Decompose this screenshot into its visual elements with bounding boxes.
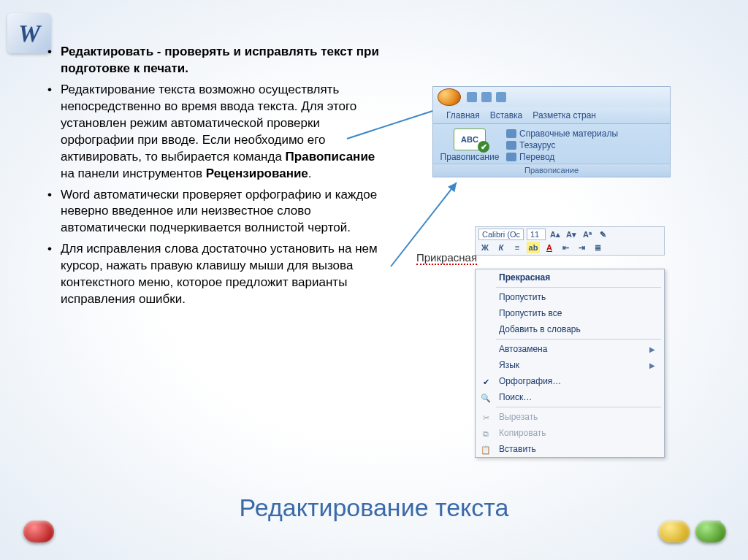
shrink-font-icon[interactable]: A▾ (565, 229, 578, 240)
ctx-spelling[interactable]: ✔Орфография… (476, 373, 664, 389)
book-icon (506, 129, 516, 138)
mini-toolbar[interactable]: Calibri (Ос 11 A▴ A▾ Aᵃ ✎ Ж К ≡ ab A ⇤ ⇥… (475, 226, 665, 256)
tab-layout[interactable]: Разметка стран (533, 110, 596, 120)
bold-icon[interactable]: Ж (478, 242, 492, 253)
chevron-right-icon: ▶ (649, 361, 655, 369)
ribbon-group-label: Правописание (433, 164, 670, 177)
slide-body: Редактировать - проверять и исправлять т… (47, 44, 391, 312)
ribbon-tabs: Главная Вставка Разметка стран (433, 107, 670, 124)
quick-access-toolbar[interactable] (467, 92, 506, 102)
abc-check-icon: ABC (454, 129, 486, 150)
search-icon: 🔍 (480, 392, 492, 404)
scissors-icon: ✂ (480, 412, 492, 423)
ctx-cut: ✂Вырезать (476, 409, 664, 425)
bullet-1: Редактировать - проверять и исправлять т… (47, 44, 391, 77)
ctx-copy: ⧉Копировать (476, 425, 664, 441)
translate-icon (506, 153, 516, 161)
decrease-indent-icon[interactable]: ⇤ (559, 242, 572, 253)
ctx-skip[interactable]: Пропустить (476, 289, 664, 305)
tab-insert[interactable]: Вставка (490, 110, 523, 120)
grow-font-icon[interactable]: A▴ (549, 229, 562, 240)
ctx-paste[interactable]: 📋Вставить (476, 441, 664, 457)
ctx-language[interactable]: Язык▶ (476, 357, 664, 373)
chevron-right-icon: ▶ (649, 345, 655, 353)
font-size-field[interactable]: 11 (527, 229, 546, 240)
misspelled-word[interactable]: Прикрасная (416, 251, 477, 265)
tab-home[interactable]: Главная (446, 110, 480, 120)
ctx-skip-all[interactable]: Пропустить все (476, 305, 664, 321)
ribbon-titlebar (433, 87, 670, 107)
context-menu: Прекрасная Пропустить Пропустить все Доб… (475, 269, 665, 458)
font-color-icon[interactable]: A (543, 242, 556, 253)
proofing-button[interactable]: ABC Правописание (438, 127, 502, 164)
nav-prev-button[interactable] (659, 521, 690, 542)
research-button[interactable]: Справочные материалы (506, 129, 665, 139)
increase-indent-icon[interactable]: ⇥ (575, 242, 588, 253)
nav-next-button[interactable] (695, 521, 726, 542)
font-name-field[interactable]: Calibri (Ос (478, 229, 524, 240)
proofing-label: Правописание (438, 152, 502, 162)
bullets-icon[interactable]: ≣ (591, 242, 604, 253)
copy-icon: ⧉ (480, 428, 492, 440)
italic-icon[interactable]: К (495, 242, 508, 253)
ctx-search[interactable]: 🔍Поиск… (476, 389, 664, 405)
thesaurus-button[interactable]: Тезаурус (506, 140, 665, 150)
align-center-icon[interactable]: ≡ (511, 242, 524, 253)
thesaurus-icon (506, 141, 516, 150)
office-button-icon[interactable] (438, 88, 461, 106)
word-logo-icon: W (7, 13, 51, 53)
ribbon-panel: Главная Вставка Разметка стран ABC Право… (432, 86, 671, 177)
styles-icon[interactable]: Aᵃ (581, 229, 594, 240)
ctx-suggestion[interactable]: Прекрасная (476, 269, 664, 285)
translate-button[interactable]: Перевод (506, 152, 665, 162)
slide-title: Редактирование текста (0, 494, 748, 522)
abc-icon: ✔ (480, 376, 492, 388)
ctx-autocorrect[interactable]: Автозамена▶ (476, 341, 664, 357)
paste-icon: 📋 (480, 444, 492, 456)
bullet-1-term: Редактировать (61, 45, 153, 58)
bullet-2: Редактирование текста возможно осуществл… (47, 82, 391, 183)
bullet-3: Word автоматически проверяет орфографию … (47, 187, 391, 237)
highlight-icon[interactable]: ab (527, 242, 540, 253)
nav-stop-button[interactable] (23, 521, 54, 542)
ctx-add-to-dict[interactable]: Добавить в словарь (476, 321, 664, 337)
bullet-4: Для исправления слова достаточно установ… (47, 241, 391, 308)
format-painter-icon[interactable]: ✎ (597, 229, 610, 240)
